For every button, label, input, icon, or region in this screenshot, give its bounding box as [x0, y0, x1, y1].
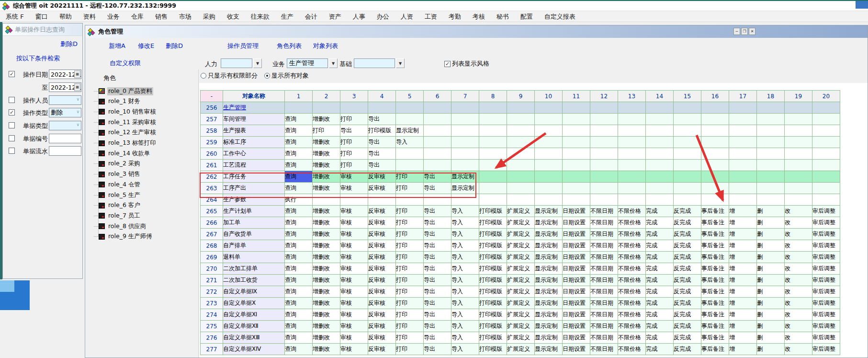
- permission-cell[interactable]: 打印模版: [479, 229, 507, 240]
- permission-cell[interactable]: 增: [729, 217, 757, 229]
- permission-cell[interactable]: [812, 194, 840, 206]
- permission-cell[interactable]: 审核: [340, 321, 368, 332]
- permission-cell[interactable]: 审核: [340, 217, 368, 229]
- permission-cell[interactable]: [479, 114, 507, 125]
- column-header-5[interactable]: 5: [396, 91, 424, 102]
- permission-cell[interactable]: [563, 171, 590, 183]
- permission-cell[interactable]: [590, 183, 618, 194]
- permission-cell[interactable]: 不限价格: [618, 344, 646, 355]
- permission-cell[interactable]: 导入: [451, 332, 479, 344]
- permission-cell[interactable]: 事后备注: [701, 206, 729, 217]
- menu-item-收支[interactable]: 收支: [221, 12, 245, 21]
- column-header-14[interactable]: 14: [646, 91, 674, 102]
- permission-cell[interactable]: 增删改: [313, 332, 340, 344]
- permission-cell[interactable]: 不限价格: [618, 332, 646, 344]
- permission-cell[interactable]: [451, 114, 479, 125]
- permission-cell[interactable]: 反审核: [368, 275, 396, 286]
- permission-cell[interactable]: [812, 160, 840, 171]
- permission-cell[interactable]: 显示定制: [396, 125, 424, 137]
- permission-cell[interactable]: 反审核: [368, 206, 396, 217]
- permission-cell[interactable]: 打印模版: [479, 286, 507, 298]
- permission-cell[interactable]: 完成: [646, 275, 674, 286]
- permission-cell[interactable]: 导入: [451, 309, 479, 321]
- restore-button[interactable]: ❐: [741, 28, 748, 35]
- permission-cell[interactable]: 日期设置: [563, 275, 590, 286]
- permission-cell[interactable]: 改: [785, 240, 812, 252]
- menu-item-工资[interactable]: 工资: [419, 12, 443, 21]
- permission-cell[interactable]: 打印: [396, 332, 424, 344]
- permission-cell[interactable]: [451, 137, 479, 148]
- column-header-10[interactable]: 10: [535, 91, 563, 102]
- permission-cell[interactable]: 反完成: [674, 252, 701, 263]
- log-field-checkbox[interactable]: [9, 148, 15, 154]
- tree-item-role_14[interactable]: role_14 收款单: [94, 149, 151, 158]
- permission-cell[interactable]: 反完成: [674, 332, 701, 344]
- delete-link[interactable]: 删除D: [166, 42, 183, 50]
- permission-cell[interactable]: 增: [729, 229, 757, 240]
- permission-cell[interactable]: 导出: [340, 125, 368, 137]
- permission-cell[interactable]: 完成: [646, 240, 674, 252]
- permission-cell[interactable]: 不限价格: [618, 240, 646, 252]
- permission-cell[interactable]: [424, 114, 451, 125]
- permission-cell[interactable]: [646, 194, 674, 206]
- permission-cell[interactable]: 导入: [451, 286, 479, 298]
- menu-item-销售[interactable]: 销售: [149, 12, 173, 21]
- permission-cell[interactable]: 显示定制: [535, 240, 563, 252]
- permission-cell[interactable]: 导出: [424, 321, 451, 332]
- permission-cell[interactable]: 不限日期: [590, 206, 618, 217]
- permission-cell[interactable]: 打印: [396, 286, 424, 298]
- permission-cell[interactable]: 增: [729, 275, 757, 286]
- row-number-cell[interactable]: 265: [201, 206, 223, 217]
- object-name-cell[interactable]: 工艺流程: [223, 160, 285, 171]
- permission-cell[interactable]: [729, 183, 757, 194]
- tree-item-role_11[interactable]: role_11 采购审核: [94, 118, 157, 127]
- permission-cell[interactable]: 打印模版: [479, 240, 507, 252]
- tree-item-role_8[interactable]: role_8 供应商: [94, 222, 147, 231]
- permission-cell[interactable]: 事后备注: [701, 298, 729, 309]
- permission-cell[interactable]: 打印模版: [479, 206, 507, 217]
- permission-cell[interactable]: 不限日期: [590, 298, 618, 309]
- permission-cell[interactable]: 扩展定义: [507, 275, 535, 286]
- column-header-12[interactable]: 12: [590, 91, 618, 102]
- object-name-cell[interactable]: 自定义单据Ⅹ: [223, 298, 285, 309]
- permission-cell[interactable]: 显示定制: [451, 183, 479, 194]
- permission-cell[interactable]: [757, 148, 785, 160]
- tree-item-role_0[interactable]: role_0 产品资料: [94, 87, 153, 95]
- permission-cell[interactable]: 反审核: [368, 298, 396, 309]
- object-name-cell[interactable]: 标准工序: [223, 137, 285, 148]
- permission-cell[interactable]: 导出: [424, 309, 451, 321]
- permission-cell[interactable]: [646, 183, 674, 194]
- permission-cell[interactable]: 打印: [396, 309, 424, 321]
- edit-link[interactable]: 修改E: [138, 42, 154, 50]
- permission-cell[interactable]: 打印模版: [479, 344, 507, 355]
- row-number-cell[interactable]: 273: [201, 298, 223, 309]
- permission-cell[interactable]: [757, 160, 785, 171]
- menu-item-采购[interactable]: 采购: [197, 12, 221, 21]
- permission-cell[interactable]: 增删改: [313, 229, 340, 240]
- permission-cell[interactable]: 导入: [451, 298, 479, 309]
- permission-cell[interactable]: [507, 148, 535, 160]
- permission-cell[interactable]: [590, 125, 618, 137]
- permission-cell[interactable]: [507, 183, 535, 194]
- permission-cell[interactable]: 不限价格: [618, 229, 646, 240]
- add-link[interactable]: 新增A: [109, 42, 125, 50]
- permission-cell[interactable]: 反审核: [368, 240, 396, 252]
- permission-cell[interactable]: [535, 137, 563, 148]
- permission-cell[interactable]: 增: [729, 240, 757, 252]
- permission-cell[interactable]: [618, 183, 646, 194]
- permission-cell[interactable]: [424, 125, 451, 137]
- permission-cell[interactable]: 删: [757, 309, 785, 321]
- row-number-cell[interactable]: 263: [201, 183, 223, 194]
- tree-item-role_13[interactable]: role_13 标签打印: [94, 139, 157, 148]
- permission-cell[interactable]: [563, 102, 590, 114]
- permission-cell[interactable]: [424, 102, 451, 114]
- permission-cell[interactable]: [674, 183, 701, 194]
- permission-cell[interactable]: [340, 194, 368, 206]
- permission-cell[interactable]: 日期设置: [563, 229, 590, 240]
- permission-cell[interactable]: 导入: [451, 321, 479, 332]
- permission-cell[interactable]: 审核: [340, 171, 368, 183]
- permission-cell[interactable]: [674, 148, 701, 160]
- permission-cell[interactable]: 扩展定义: [507, 344, 535, 355]
- permission-cell[interactable]: 删: [757, 321, 785, 332]
- object-name-cell[interactable]: 车间管理: [223, 114, 285, 125]
